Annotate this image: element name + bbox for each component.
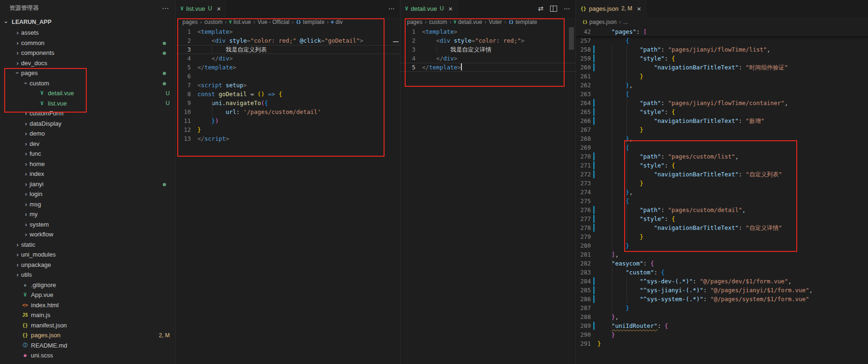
breadcrumb-item-detail-vue[interactable]: Vdetail.vue <box>453 19 482 25</box>
tree-item-index[interactable]: index <box>0 169 175 179</box>
code-line[interactable]: 272 "navigationBarTitleText": "自定义列表" <box>576 170 868 179</box>
code-line[interactable]: 3 我是自定义列表 <box>176 45 400 54</box>
more-actions-icon[interactable]: ⋯ <box>564 5 570 12</box>
tree-item-demo[interactable]: demo <box>0 129 175 139</box>
code-line[interactable]: 6 <box>176 72 400 81</box>
tree-item-jianyi[interactable]: jianyi <box>0 179 175 190</box>
code-line[interactable]: 259 "style": { <box>576 54 868 63</box>
tree-item-gitignore[interactable]: ◆.gitignore <box>0 280 175 290</box>
code-line[interactable]: 10 url: '/pages/custom/detail' <box>176 107 400 116</box>
code-line[interactable]: 282 "easycom": { <box>576 259 868 268</box>
code-line[interactable]: 264 "path": "pages/jianyi/flowTime/conta… <box>576 99 868 107</box>
code-line[interactable]: 8const goDetail = () => { <box>176 90 400 99</box>
breadcrumb-item-list-vue[interactable]: Vlist.vue <box>229 19 251 25</box>
code-line[interactable]: 1<template> <box>176 27 400 36</box>
breadcrumb-item-vue-official[interactable]: Vue - Official <box>257 19 289 25</box>
code-line[interactable]: 4 </div> <box>176 54 400 63</box>
tab-list-vue[interactable]: Vlist.vueU× <box>176 0 226 17</box>
code-line[interactable]: 291} <box>576 339 868 348</box>
tree-item-main-js[interactable]: JSmain.js <box>0 310 175 320</box>
code-line[interactable]: 275 { <box>576 197 868 205</box>
tab-pages-json[interactable]: {}pages.json2, M× <box>576 0 646 17</box>
code-line[interactable]: 258 "path": "pages/jianyi/flowTime/list"… <box>576 45 868 54</box>
code-line[interactable]: 12} <box>176 125 400 134</box>
tree-item-uni-modules[interactable]: uni_modules <box>0 250 175 260</box>
close-icon[interactable]: × <box>217 5 221 12</box>
breadcrumb-item-template[interactable]: {}template <box>296 19 325 25</box>
code-line[interactable]: 278 "navigationBarTitleText": "自定义详情" <box>576 223 868 232</box>
code-line[interactable]: 262 }, <box>576 81 868 90</box>
breadcrumb-item-vuter[interactable]: Vuter <box>489 19 502 25</box>
tree-item-utils[interactable]: utils <box>0 270 175 280</box>
tree-item-static[interactable]: static <box>0 240 175 250</box>
project-root[interactable]: LEARUN_APP <box>0 16 175 28</box>
breadcrumb-item-pages-json[interactable]: {}pages.json <box>582 19 617 25</box>
tree-item-system[interactable]: system <box>0 220 175 230</box>
tree-item-pages[interactable]: pages <box>0 68 175 78</box>
code-line[interactable]: 2 <div style="color: red;"> <box>400 36 576 45</box>
tree-item-datadisplay[interactable]: dataDisplay <box>0 119 175 129</box>
split-editor-icon[interactable] <box>550 6 557 12</box>
code-line[interactable]: 287 } <box>576 303 868 312</box>
tree-item-pages-json[interactable]: {}pages.json2, M <box>0 330 175 341</box>
code-line[interactable]: 5</template> <box>176 63 400 72</box>
code-line[interactable]: 277 "style": { <box>576 214 868 223</box>
tree-item-components[interactable]: components <box>0 48 175 58</box>
breadcrumb-item-div[interactable]: ⊘div <box>331 19 343 25</box>
breadcrumb-item-template[interactable]: {}template <box>508 19 537 25</box>
code-line[interactable]: 4 </div> <box>400 54 576 63</box>
code-line[interactable]: 284 "^sys-dev-(.*)": "@/pages/dev/$1/for… <box>576 277 868 286</box>
code-line[interactable]: 283 "custom": { <box>576 268 868 277</box>
code-line[interactable]: 9 uni.navigateTo({ <box>176 99 400 107</box>
breadcrumb-item-[interactable]: ... <box>623 19 628 25</box>
sticky-scroll-line[interactable]: 42 "pages": [ <box>576 27 868 36</box>
more-actions-icon[interactable]: ⋯ <box>388 5 395 12</box>
tree-item-readme-md[interactable]: ⓘREADME.md <box>0 341 175 351</box>
tree-item-unpackage[interactable]: unpackage <box>0 260 175 270</box>
tree-item-func[interactable]: func <box>0 149 175 159</box>
close-icon[interactable]: × <box>448 5 453 12</box>
tree-item-msg[interactable]: msg <box>0 199 175 210</box>
code-line[interactable]: 268 }, <box>576 134 868 143</box>
code-line[interactable]: 11 }) <box>176 116 400 125</box>
tree-item-dev-docs[interactable]: dev_docs <box>0 58 175 68</box>
code-line[interactable]: 7<script setup> <box>176 81 400 90</box>
code-line[interactable]: 266 "navigationBarTitleText": "新增" <box>576 116 868 125</box>
tree-item-customform[interactable]: customForm <box>0 108 175 119</box>
code-line[interactable]: 2 <div style="color: red;" @click="goDet… <box>176 36 400 45</box>
code-line[interactable]: 286 "^sys-system-(.*)": "@/pages/system/… <box>576 295 868 303</box>
code-line[interactable]: 3 我是自定义详情 <box>400 45 576 54</box>
code-line[interactable]: 261 } <box>576 72 868 81</box>
code-line[interactable]: 270 "path": "pages/custom/list", <box>576 152 868 161</box>
breadcrumb-item-pages[interactable]: pages <box>407 19 423 25</box>
tree-item-dev[interactable]: dev <box>0 139 175 149</box>
tree-item-workflow[interactable]: workflow <box>0 229 175 240</box>
code-line[interactable]: 288 }, <box>576 312 868 321</box>
code-line[interactable]: 260 "navigationBarTitleText": "时间组件验证" <box>576 63 868 72</box>
tree-item-uni-scss[interactable]: ●uni.scss <box>0 350 175 361</box>
code-line[interactable]: 13</script> <box>176 134 400 143</box>
tree-item-list-vue[interactable]: Vlist.vueU <box>0 99 175 109</box>
code-line[interactable]: 290 } <box>576 330 868 339</box>
code-line[interactable]: 263 { <box>576 90 868 99</box>
tree-item-assets[interactable]: assets <box>0 28 175 38</box>
code-editor-pages-json[interactable]: 42 "pages": [257 {258 "path": "pages/jia… <box>576 27 868 348</box>
tree-item-common[interactable]: common <box>0 38 175 48</box>
code-line[interactable]: 276 "path": "pages/custom/detail", <box>576 205 868 214</box>
code-line[interactable]: 1<template> <box>400 27 576 36</box>
tree-item-my[interactable]: my <box>0 209 175 220</box>
tree-item-custom[interactable]: custom <box>0 78 175 89</box>
code-line[interactable]: 271 "style": { <box>576 161 868 170</box>
code-line[interactable]: 273 } <box>576 179 868 188</box>
code-line[interactable]: 267 } <box>576 125 868 134</box>
code-line[interactable]: 279 } <box>576 232 868 241</box>
tree-item-index-html[interactable]: <>index.html <box>0 300 175 311</box>
open-changes-icon[interactable]: ⇄ <box>538 5 543 12</box>
code-line[interactable]: 289 "uniIdRouter": { <box>576 321 868 330</box>
scrollbar-slider[interactable] <box>569 27 574 50</box>
tree-item-manifest-json[interactable]: {}manifest.json <box>0 320 175 331</box>
code-line[interactable]: 265 "style": { <box>576 107 868 116</box>
tree-item-login[interactable]: login <box>0 189 175 199</box>
code-line[interactable]: 5</template> <box>400 63 576 72</box>
breadcrumb-item-custom[interactable]: custom <box>204 19 223 25</box>
